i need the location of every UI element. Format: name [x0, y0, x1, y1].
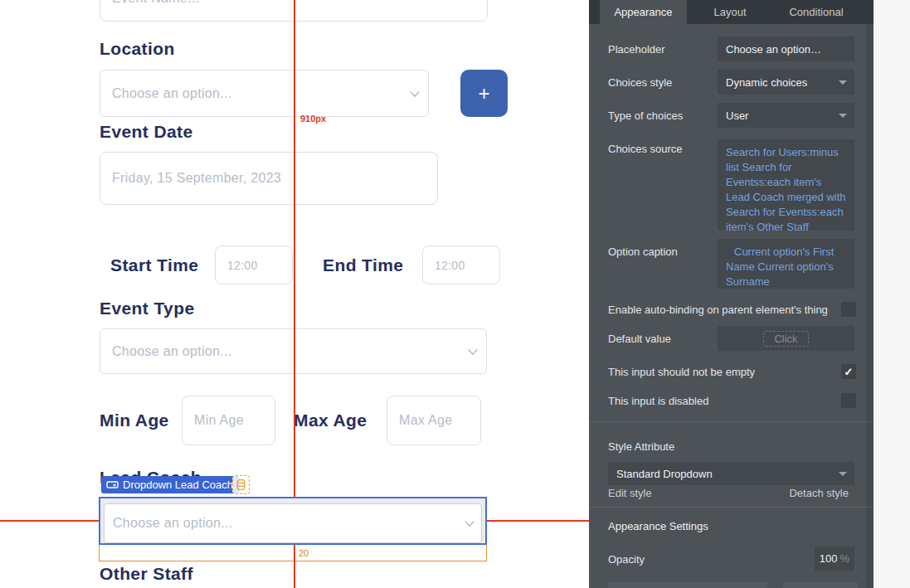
tab-appearance[interactable]: Appearance — [600, 0, 687, 24]
width-guide-label: 910px — [300, 114, 326, 124]
max-age-label: Max Age — [294, 411, 367, 430]
max-age-input[interactable]: Max Age — [387, 396, 481, 445]
tab-bar-spacer — [589, 0, 600, 24]
editor-stage: Event Name... Location Choose an option.… — [0, 0, 910, 588]
element-name-badge-label: Dropdown Lead Coach — [123, 479, 233, 491]
panel-scrollbar[interactable] — [866, 24, 874, 588]
option-caption-label: Option caption — [608, 245, 678, 258]
property-editor-panel: Appearance Layout Conditional Placeholde… — [589, 0, 874, 588]
placeholder-input[interactable]: Choose an option… — [718, 36, 854, 61]
database-icon-chip[interactable] — [232, 475, 250, 494]
choices-style-label: Choices style — [608, 76, 672, 89]
dropdown-arrow-icon — [839, 80, 847, 85]
choices-source-label: Choices source — [608, 143, 683, 155]
event-date-heading: Event Date — [100, 122, 193, 142]
default-value-label: Default value — [608, 333, 671, 345]
opacity-unit: % — [839, 552, 849, 565]
dropdown-arrow-icon — [839, 114, 847, 118]
choices-source-expression[interactable]: Search for Users:minus list Search for E… — [718, 139, 854, 231]
panel-tab-bar: Appearance Layout Conditional — [589, 0, 874, 24]
auto-binding-label: Enable auto-binding on parent element's … — [608, 304, 828, 316]
add-location-button[interactable]: + — [460, 70, 508, 117]
style-attribute-select[interactable]: Standard Dropdown — [608, 462, 854, 485]
placeholder-label: Placeholder — [608, 43, 665, 56]
chevron-down-icon — [465, 517, 474, 526]
min-age-label: Min Age — [100, 411, 169, 430]
auto-binding-checkbox[interactable] — [841, 302, 856, 317]
section-divider — [589, 421, 874, 422]
default-value-input[interactable]: Click — [718, 326, 854, 351]
start-time-input[interactable]: 12:00 — [215, 245, 293, 284]
dropdown-element-icon — [106, 480, 119, 490]
lead-coach-dropdown[interactable]: Choose an option... — [104, 503, 482, 543]
element-name-badge[interactable]: Dropdown Lead Coach — [101, 476, 240, 493]
section-divider — [589, 507, 874, 508]
disabled-label: This input is disabled — [608, 395, 708, 407]
end-time-label: End Time — [323, 255, 403, 275]
detach-style-link[interactable]: Detach style — [789, 487, 849, 499]
appearance-settings-header: Appearance Settings — [608, 520, 708, 532]
opacity-value: 100 — [820, 552, 838, 565]
location-heading: Location — [100, 39, 175, 59]
location-placeholder: Choose an option... — [112, 86, 231, 101]
disabled-checkbox[interactable] — [841, 393, 856, 408]
database-icon — [236, 479, 246, 490]
dropdown-arrow-icon — [839, 472, 847, 476]
type-of-choices-value: User — [726, 109, 748, 122]
event-type-heading: Event Type — [100, 299, 194, 318]
start-time-label: Start Time — [110, 255, 198, 275]
event-date-placeholder: Friday, 15 September, 2023 — [112, 171, 281, 186]
opacity-input[interactable]: 100 % — [815, 547, 854, 571]
not-empty-label: This input should not be empty — [608, 366, 755, 378]
location-dropdown[interactable]: Choose an option... — [100, 70, 429, 117]
choices-style-select[interactable]: Dynamic choices — [718, 70, 854, 95]
other-staff-heading: Other Staff — [100, 564, 193, 584]
chevron-down-icon — [468, 345, 477, 354]
opacity-label: Opacity — [608, 553, 645, 566]
partial-control[interactable] — [608, 582, 767, 588]
not-empty-checkbox[interactable]: ✓ — [841, 364, 856, 379]
style-attribute-label: Style Attribute — [608, 440, 674, 453]
edit-style-link[interactable]: Edit style — [608, 487, 652, 499]
lead-coach-placeholder: Choose an option... — [113, 516, 232, 531]
end-time-input[interactable]: 12:00 — [422, 245, 500, 284]
start-time-placeholder: 12:00 — [227, 259, 258, 272]
chevron-down-icon — [410, 87, 419, 96]
spacing-measure-label: 20 — [299, 548, 309, 558]
type-of-choices-select[interactable]: User — [718, 103, 854, 128]
max-age-placeholder: Max Age — [399, 413, 452, 428]
choices-style-value: Dynamic choices — [726, 76, 807, 89]
event-type-placeholder: Choose an option... — [112, 344, 231, 359]
min-age-placeholder: Min Age — [194, 413, 244, 428]
tab-layout[interactable]: Layout — [687, 0, 773, 24]
event-name-placeholder: Event Name... — [112, 0, 199, 6]
style-attribute-value: Standard Dropdown — [616, 468, 713, 480]
spacing-measure-box — [99, 545, 487, 561]
default-value-placeholder: Click — [763, 331, 808, 347]
placeholder-value: Choose an option… — [726, 43, 821, 56]
partial-control[interactable] — [783, 582, 858, 588]
type-of-choices-label: Type of choices — [608, 109, 683, 122]
option-caption-expression[interactable]: Current option's First Name Current opti… — [718, 239, 854, 289]
tab-conditional[interactable]: Conditional — [773, 0, 859, 24]
end-time-placeholder: 12:00 — [435, 259, 465, 272]
event-date-input[interactable]: Friday, 15 September, 2023 — [100, 152, 438, 205]
min-age-input[interactable]: Min Age — [182, 396, 275, 445]
selected-element-lead-coach-dropdown[interactable]: Choose an option... — [99, 497, 487, 545]
